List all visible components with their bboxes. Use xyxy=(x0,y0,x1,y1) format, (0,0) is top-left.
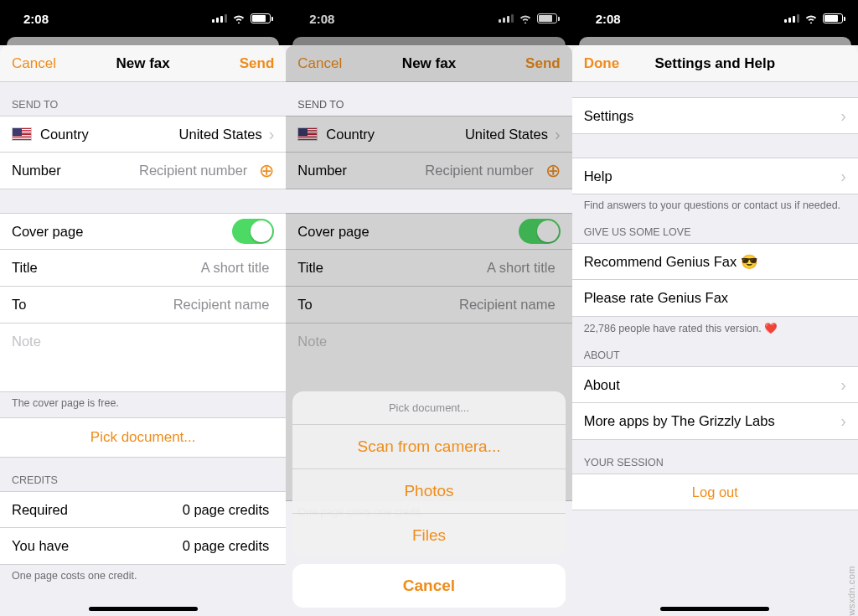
battery-icon xyxy=(251,13,271,23)
title-label: Title xyxy=(12,260,38,276)
number-label: Number xyxy=(297,163,347,179)
section-credits: CREDITS xyxy=(0,458,286,491)
to-label: To xyxy=(12,297,26,313)
about-label: About xyxy=(584,377,620,393)
screen-settings: 2:08 Done Settings and Help Settings › H… xyxy=(572,0,858,616)
cancel-button[interactable]: Cancel xyxy=(12,55,56,72)
home-indicator xyxy=(660,607,769,611)
section-sendto: SEND TO xyxy=(286,82,571,116)
battery-icon xyxy=(823,13,843,23)
cover-toggle[interactable] xyxy=(519,219,561,244)
to-row[interactable]: To Recipient name xyxy=(286,287,571,324)
title-placeholder: A short title xyxy=(323,260,561,276)
chevron-right-icon: › xyxy=(840,167,846,186)
title-row[interactable]: Title A short title xyxy=(0,250,286,287)
to-row[interactable]: To Recipient name xyxy=(0,287,286,324)
settings-label: Settings xyxy=(584,108,634,124)
status-bar: 2:08 xyxy=(286,0,571,37)
status-right xyxy=(784,13,843,23)
signal-icon xyxy=(212,14,227,23)
coverpage-row: Cover page xyxy=(286,213,571,250)
title-row[interactable]: Title A short title xyxy=(286,250,571,287)
pick-document-button[interactable]: Pick document... xyxy=(0,417,286,458)
navbar: Cancel New fax Send xyxy=(0,45,286,82)
chevron-right-icon: › xyxy=(840,106,846,126)
required-value: 0 page credits xyxy=(68,502,274,518)
number-placeholder: Recipient number xyxy=(347,163,539,179)
cover-toggle[interactable] xyxy=(232,219,274,244)
done-button[interactable]: Done xyxy=(584,55,620,72)
us-flag-icon xyxy=(12,127,32,141)
to-placeholder: Recipient name xyxy=(26,297,274,313)
wifi-icon xyxy=(519,13,532,23)
settings-row[interactable]: Settings › xyxy=(572,97,858,134)
status-time: 2:08 xyxy=(23,12,49,26)
section-sendto: SEND TO xyxy=(0,82,286,116)
country-row[interactable]: Country United States › xyxy=(0,116,286,153)
status-time: 2:08 xyxy=(309,12,334,26)
cover-label: Cover page xyxy=(12,224,83,240)
coverpage-row: Cover page xyxy=(0,213,286,250)
country-value: United States xyxy=(89,127,267,142)
actionsheet-title: Pick document... xyxy=(292,391,565,425)
battery-icon xyxy=(537,13,557,23)
section-session: YOUR SESSION xyxy=(572,440,858,474)
number-row[interactable]: Number Recipient number ⊕ xyxy=(0,153,286,189)
help-footer: Find answers to your questions or contac… xyxy=(572,194,858,220)
logout-button[interactable]: Log out xyxy=(572,474,858,510)
note-placeholder: Note xyxy=(12,334,41,349)
number-row[interactable]: Number Recipient number ⊕ xyxy=(286,153,571,189)
chevron-right-icon: › xyxy=(840,375,846,395)
chevron-right-icon: › xyxy=(269,125,275,144)
wifi-icon xyxy=(804,13,818,23)
rate-footer: 22,786 people have rated this version. ❤… xyxy=(572,317,858,343)
number-placeholder: Recipient number xyxy=(61,163,253,179)
us-flag-icon xyxy=(297,127,318,141)
status-right xyxy=(212,13,271,23)
add-contact-icon[interactable]: ⊕ xyxy=(545,160,561,182)
home-indicator xyxy=(89,607,198,611)
cover-label: Cover page xyxy=(297,224,369,240)
to-placeholder: Recipient name xyxy=(313,297,561,313)
signal-icon xyxy=(499,14,514,23)
watermark: wsxdn.com xyxy=(846,566,856,616)
add-contact-icon[interactable]: ⊕ xyxy=(259,160,274,182)
note-field[interactable]: Note xyxy=(0,324,286,392)
required-label: Required xyxy=(12,502,68,518)
number-label: Number xyxy=(12,163,61,179)
send-button[interactable]: Send xyxy=(240,55,275,72)
status-right xyxy=(499,13,557,23)
help-row[interactable]: Help › xyxy=(572,158,858,194)
wifi-icon xyxy=(232,13,246,23)
youhave-label: You have xyxy=(12,538,69,554)
actionsheet-photos[interactable]: Photos xyxy=(292,469,565,514)
youhave-value: 0 page credits xyxy=(69,538,274,554)
section-love: GIVE US SOME LOVE xyxy=(572,220,858,243)
screen-newfax-actionsheet: 2:08 Cancel New fax Send SEND TO Country… xyxy=(286,0,571,616)
to-label: To xyxy=(297,297,312,313)
send-button[interactable]: Send xyxy=(525,55,561,72)
moreapps-row[interactable]: More apps by The Grizzly Labs › xyxy=(572,403,858,440)
country-row[interactable]: Country United States › xyxy=(286,116,571,153)
cancel-button[interactable]: Cancel xyxy=(297,55,342,72)
recommend-row[interactable]: Recommend Genius Fax 😎 xyxy=(572,243,858,280)
actionsheet-pickdocument: Pick document... Scan from camera... Pho… xyxy=(292,391,565,608)
country-label: Country xyxy=(326,127,375,142)
about-row[interactable]: About › xyxy=(572,366,858,403)
status-bar: 2:08 xyxy=(572,0,858,37)
country-value: United States xyxy=(375,127,553,142)
country-label: Country xyxy=(40,127,89,142)
note-placeholder: Note xyxy=(297,334,327,349)
cover-footer: The cover page is free. xyxy=(0,392,286,417)
title-placeholder: A short title xyxy=(38,260,275,276)
status-bar: 2:08 xyxy=(0,0,286,37)
required-row: Required 0 page credits xyxy=(0,491,286,528)
rate-row[interactable]: Please rate Genius Fax xyxy=(572,280,858,317)
actionsheet-files[interactable]: Files xyxy=(292,514,565,557)
logout-label: Log out xyxy=(692,484,738,500)
status-time: 2:08 xyxy=(596,12,621,26)
moreapps-label: More apps by The Grizzly Labs xyxy=(584,413,775,429)
actionsheet-scan-camera[interactable]: Scan from camera... xyxy=(292,425,565,469)
actionsheet-cancel[interactable]: Cancel xyxy=(292,564,565,608)
youhave-row: You have 0 page credits xyxy=(0,528,286,565)
